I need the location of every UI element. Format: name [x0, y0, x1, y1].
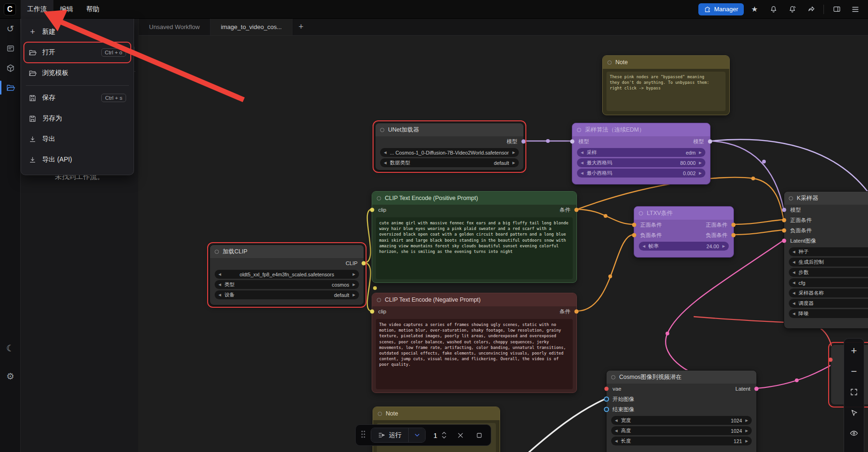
- input-port-clip[interactable]: [370, 208, 374, 212]
- clear-queue-button[interactable]: [453, 428, 467, 442]
- node-unet-header[interactable]: UNet加载器: [375, 123, 524, 136]
- input-port-model[interactable]: [570, 140, 575, 144]
- collapse-dot[interactable]: [377, 196, 381, 200]
- node-unet-loader[interactable]: UNet加载器 模型 ◀ ... Cosmos-1_0-Diffusion-7B…: [375, 123, 524, 170]
- widget-height[interactable]: ◀ 高度 1024 ▶: [611, 426, 752, 435]
- node-cosmos-latent[interactable]: Cosmos图像到视频潜在 vae Latent 开始图像 结束图像 ◀ 宽度 …: [606, 370, 757, 452]
- collapse-dot[interactable]: [789, 196, 793, 200]
- output-port-cond[interactable]: [575, 310, 579, 314]
- alerts-button[interactable]: [784, 3, 800, 16]
- next-arrow-icon[interactable]: ▶: [352, 293, 355, 297]
- batch-count-stepper[interactable]: 1: [430, 431, 449, 439]
- widget-sampling[interactable]: ◀ 采样 edm ▶: [577, 148, 705, 157]
- tab-unsaved-workflow[interactable]: Unsaved Workflow: [139, 19, 210, 35]
- collapse-dot[interactable]: [215, 250, 219, 254]
- node-note-bottom-header[interactable]: Note: [373, 407, 500, 420]
- menu-item-save-as[interactable]: 另存为: [21, 108, 134, 129]
- collapse-dot[interactable]: [380, 128, 384, 132]
- widget-device[interactable]: ◀ 设备 default ▶: [215, 290, 359, 299]
- widget-frame-rate[interactable]: ◀ 帧率 24.00 ▶: [639, 242, 729, 251]
- prev-arrow-icon[interactable]: ◀: [581, 150, 584, 155]
- note-text[interactable]: These pink nodes are "bypassed" meaning …: [606, 72, 726, 111]
- fit-view-button[interactable]: [846, 383, 862, 401]
- theme-toggle-button[interactable]: ☾: [0, 338, 21, 358]
- node-clip-positive[interactable]: CLIP Text Encode (Positive Prompt) clip …: [372, 191, 577, 283]
- node-edm-sampling[interactable]: 采样算法（连续EDM） 模型 模型 ◀ 采样 edm ▶ ◀ 最大西格玛 80.…: [572, 123, 711, 185]
- input-port-latent[interactable]: [782, 239, 786, 243]
- node-ltxv-header[interactable]: LTXV条件: [634, 207, 733, 220]
- widget-length[interactable]: ◀ 长度 121 ▶: [611, 437, 752, 445]
- node-cosmos-header[interactable]: Cosmos图像到视频潜在: [606, 370, 756, 384]
- output-port-negative[interactable]: [732, 233, 736, 237]
- menu-item-export[interactable]: 导出: [21, 129, 134, 149]
- next-arrow-icon[interactable]: ▶: [699, 161, 702, 165]
- node-clip-negative[interactable]: CLIP Text Encode (Negative Prompt) clip …: [372, 293, 577, 393]
- toggle-visibility-button[interactable]: [846, 424, 862, 443]
- input-port-negative[interactable]: [632, 233, 636, 237]
- widget-scheduler[interactable]: ◀ 调度器: [789, 299, 868, 308]
- favorites-button[interactable]: ★: [747, 3, 763, 16]
- node-note-top[interactable]: Note These pink nodes are "bypassed" mea…: [602, 55, 730, 115]
- widget-sampler-name[interactable]: ◀ 采样器名称: [789, 289, 868, 297]
- next-arrow-icon[interactable]: ▶: [722, 244, 725, 248]
- input-port-positive[interactable]: [782, 218, 786, 222]
- widget-weight-dtype[interactable]: ◀ 数据类型 default ▶: [380, 158, 519, 167]
- sidebar-item-node-library[interactable]: [0, 38, 21, 58]
- output-port-cond[interactable]: [575, 208, 579, 212]
- node-negative-header[interactable]: CLIP Text Encode (Negative Prompt): [372, 293, 576, 306]
- prev-arrow-icon[interactable]: ◀: [793, 270, 795, 274]
- next-arrow-icon[interactable]: ▶: [745, 429, 748, 433]
- collapse-dot[interactable]: [377, 298, 381, 302]
- widget-seed[interactable]: ◀ 种子: [789, 247, 868, 256]
- prev-arrow-icon[interactable]: ◀: [218, 282, 221, 287]
- node-ksampler-header[interactable]: K采样器: [784, 192, 868, 205]
- menu-item-new[interactable]: + 新建: [21, 22, 134, 42]
- node-clip-loader-header[interactable]: 加载CLIP: [210, 245, 364, 258]
- widget-clip-type[interactable]: ◀ 类型 cosmos ▶: [215, 280, 359, 289]
- next-arrow-icon[interactable]: ▶: [512, 150, 515, 155]
- zoom-out-button[interactable]: −: [846, 362, 862, 381]
- input-port-model[interactable]: [782, 208, 786, 212]
- drag-handle-icon[interactable]: [360, 430, 366, 440]
- run-button[interactable]: 运行: [371, 428, 408, 442]
- widget-clip-name[interactable]: ◀ oldt5_xxl_fp8_e4m3fn_scaled.safetensor…: [215, 270, 359, 279]
- next-arrow-icon[interactable]: ▶: [699, 150, 702, 155]
- next-arrow-icon[interactable]: ▶: [699, 171, 702, 175]
- menu-help[interactable]: 帮助: [80, 0, 106, 19]
- collapse-dot[interactable]: [378, 412, 382, 416]
- next-arrow-icon[interactable]: ▶: [745, 439, 748, 443]
- share-button[interactable]: [803, 3, 819, 16]
- run-options-button[interactable]: [408, 428, 425, 442]
- collapse-dot[interactable]: [577, 128, 581, 132]
- node-positive-header[interactable]: CLIP Text Encode (Positive Prompt): [372, 192, 576, 205]
- prev-arrow-icon[interactable]: ◀: [384, 161, 387, 165]
- prev-arrow-icon[interactable]: ◀: [615, 439, 618, 443]
- prev-arrow-icon[interactable]: ◀: [793, 281, 795, 285]
- node-ltxv-conditioning[interactable]: LTXV条件 正面条件 正面条件 负面条件 负面条件 ◀ 帧率 24.00 ▶: [634, 206, 734, 258]
- manager-button[interactable]: Manager: [698, 3, 744, 15]
- menu-workflow[interactable]: 工作流: [21, 0, 53, 19]
- collapse-dot[interactable]: [639, 211, 643, 215]
- node-ksampler[interactable]: K采样器 模型 正面条件 负面条件 Latent图像 ◀ 种子 ◀ 生成后控制 …: [784, 191, 868, 329]
- comfyui-logo[interactable]: C: [4, 3, 16, 15]
- input-port-positive[interactable]: [632, 223, 636, 227]
- select-mode-button[interactable]: [846, 403, 862, 422]
- decrement-icon[interactable]: [441, 436, 447, 439]
- next-arrow-icon[interactable]: ▶: [745, 418, 748, 422]
- menu-item-save[interactable]: 保存 Ctrl + s: [21, 88, 134, 108]
- prev-arrow-icon[interactable]: ◀: [218, 272, 221, 276]
- collapse-dot[interactable]: [607, 60, 612, 65]
- input-port-vae[interactable]: [605, 387, 609, 391]
- widget-control-after-generate[interactable]: ◀ 生成后控制: [789, 258, 868, 267]
- main-menu-button[interactable]: [847, 3, 863, 16]
- prev-arrow-icon[interactable]: ◀: [793, 260, 795, 264]
- input-port-clip[interactable]: [370, 310, 374, 314]
- sidebar-item-queue-history[interactable]: ↺: [0, 19, 21, 38]
- widget-max-sigma[interactable]: ◀ 最大西格玛 80.000 ▶: [577, 158, 705, 167]
- widget-unet-name[interactable]: ◀ ... Cosmos-1_0-Diffusion-7B-Video2Worl…: [380, 148, 519, 157]
- input-port-end-image[interactable]: [604, 407, 609, 412]
- prev-arrow-icon[interactable]: ◀: [793, 301, 795, 305]
- output-port-positive[interactable]: [732, 223, 736, 227]
- stop-button[interactable]: [472, 428, 486, 442]
- node-note-top-header[interactable]: Note: [603, 56, 729, 69]
